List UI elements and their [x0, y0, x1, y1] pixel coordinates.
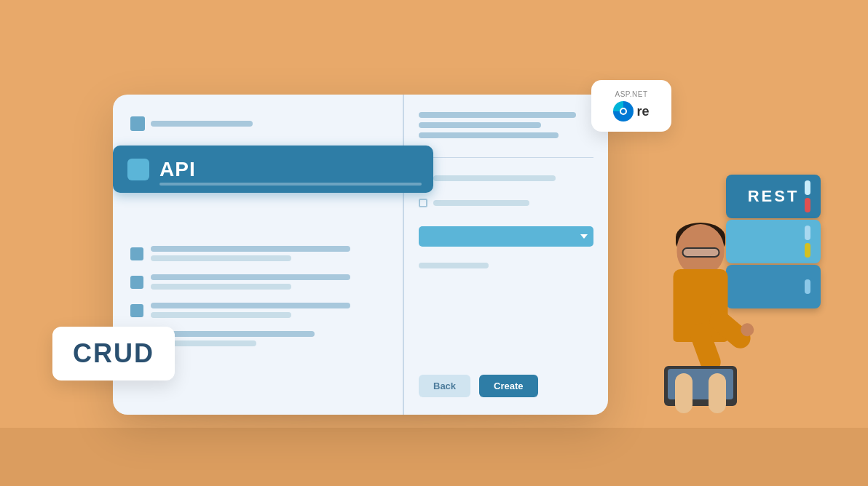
floor-shadow — [0, 428, 868, 486]
book-dot-1b — [805, 198, 810, 212]
row-line-long-3 — [151, 303, 350, 308]
book-dot-2a — [805, 226, 810, 240]
right-line-1 — [419, 112, 576, 118]
leg-left — [675, 373, 693, 413]
crud-badge: CRUD — [52, 327, 175, 381]
row-icon-2 — [130, 276, 143, 289]
header-icon — [130, 116, 145, 131]
bottom-buttons: Back Create — [419, 367, 593, 397]
checkbox-row-2[interactable] — [419, 199, 593, 207]
right-line-2 — [419, 122, 541, 128]
row-icon-1 — [130, 247, 143, 260]
row-line-long-2 — [151, 274, 350, 280]
list-row-2 — [130, 274, 385, 290]
row-line-long-1 — [151, 246, 350, 252]
person-glasses — [682, 247, 719, 258]
aspnet-logo-row: re — [613, 101, 649, 122]
row-lines-3 — [151, 303, 385, 318]
rest-book-1: REST — [726, 175, 821, 218]
row-line-short-2 — [151, 284, 291, 290]
person-legs — [675, 373, 726, 417]
checkbox-line-1 — [433, 175, 556, 181]
aspnet-title: ASP.NET — [615, 90, 648, 98]
row-lines-4 — [151, 331, 385, 346]
right-lines-bottom — [419, 263, 593, 268]
right-lines-top — [419, 112, 593, 138]
api-underline — [159, 183, 422, 186]
row-icon-3 — [130, 304, 143, 317]
book-dots-1 — [805, 180, 810, 212]
person-head — [677, 224, 725, 275]
row-lines-2 — [151, 274, 385, 290]
checkbox-row-1[interactable] — [419, 174, 593, 183]
api-icon — [127, 159, 149, 180]
create-button[interactable]: Create — [479, 375, 537, 397]
row-line-short-3 — [151, 312, 291, 318]
list-row-3 — [130, 303, 385, 318]
person-hand-right — [738, 321, 757, 339]
main-ui-card: API — [113, 95, 608, 415]
book-dot-1a — [805, 180, 810, 195]
rest-text: REST — [748, 187, 800, 206]
back-button[interactable]: Back — [419, 375, 470, 397]
row-line-short-1 — [151, 255, 291, 261]
header-line1 — [151, 121, 253, 127]
row-line-long-4 — [151, 331, 315, 337]
book-dots-2 — [805, 226, 810, 258]
leg-right — [709, 373, 726, 413]
book-dot-2b — [805, 243, 810, 258]
checkbox-2[interactable] — [419, 199, 427, 207]
right-panel: Back Create — [404, 95, 608, 415]
person-figure — [635, 224, 766, 428]
right-line-b1 — [419, 263, 489, 268]
aspnet-core-text: re — [636, 104, 649, 119]
api-label: API — [159, 158, 196, 181]
book-dot-3a — [805, 279, 810, 294]
api-row: API — [113, 146, 433, 193]
left-header-row — [130, 116, 385, 137]
dropdown-row[interactable] — [419, 226, 593, 247]
person-body — [674, 269, 728, 342]
right-divider-1 — [419, 157, 593, 158]
dropdown-arrow-icon — [580, 234, 588, 239]
aspnet-dot-circle — [613, 101, 634, 122]
list-row-1 — [130, 246, 385, 261]
aspnet-badge: ASP.NET re — [591, 80, 671, 132]
checkbox-line-2 — [433, 200, 529, 206]
right-line-3 — [419, 132, 559, 138]
book-dots-3 — [805, 279, 810, 294]
row-lines-1 — [151, 246, 385, 261]
aspnet-dot-inner — [621, 109, 626, 113]
crud-text: CRUD — [73, 338, 154, 368]
